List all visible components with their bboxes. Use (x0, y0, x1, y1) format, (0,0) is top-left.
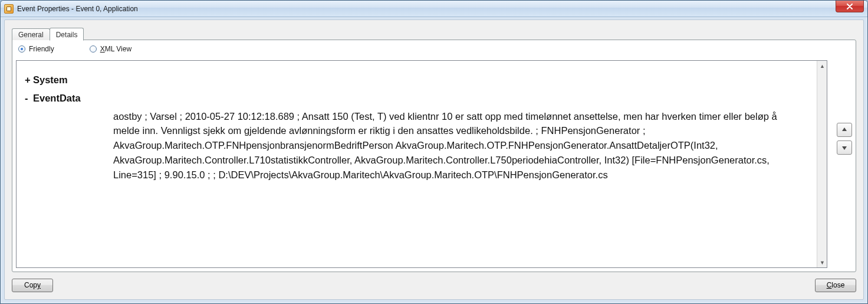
arrow-up-icon (841, 126, 848, 133)
eventdata-label: EventData (33, 93, 81, 103)
eventdata-body: aostby ; Varsel ; 2010-05-27 10:12:18.68… (113, 109, 791, 182)
tab-panel-details: Friendly XML View +System -EventData aos… (12, 40, 856, 272)
scroll-down-icon[interactable]: ▼ (817, 257, 827, 267)
tab-details[interactable]: Details (50, 28, 84, 41)
window-frame: Event Properties - Event 0, Application … (0, 0, 868, 304)
window-buttons (836, 1, 867, 12)
tree-node-system[interactable]: +System (25, 73, 821, 87)
expand-icon[interactable]: + (25, 73, 33, 87)
event-document: +System -EventData aostby ; Varsel ; 201… (17, 61, 827, 188)
radio-friendly-label: Friendly (29, 45, 54, 53)
radio-dot-icon (90, 45, 97, 53)
radio-friendly[interactable]: Friendly (18, 45, 54, 53)
tab-strip: General Details (12, 27, 83, 40)
system-label: System (33, 74, 68, 85)
radio-dot-icon (18, 45, 25, 53)
collapse-icon[interactable]: - (25, 91, 33, 106)
next-record-button[interactable] (837, 140, 852, 155)
window-title: Event Properties - Event 0, Application (17, 5, 138, 13)
copy-button[interactable]: Copy (12, 279, 53, 292)
dialog-button-bar: Copy Close (12, 277, 856, 293)
client-area: General Details Friendly XML View +Syste… (4, 19, 864, 300)
radio-xml-view[interactable]: XML View (90, 45, 131, 53)
radio-xml-label: XML View (100, 45, 131, 53)
arrow-down-icon (841, 144, 848, 151)
event-content-area: +System -EventData aostby ; Varsel ; 201… (16, 60, 827, 268)
prev-record-button[interactable] (837, 123, 852, 137)
tree-node-eventdata[interactable]: -EventData (25, 91, 821, 106)
close-icon (846, 4, 853, 9)
record-nav-buttons (837, 123, 852, 155)
scroll-up-icon[interactable]: ▲ (817, 61, 827, 71)
view-mode-radios: Friendly XML View (18, 45, 131, 53)
vertical-scrollbar[interactable]: ▲ ▼ (817, 61, 827, 267)
close-button[interactable]: Close (815, 279, 856, 292)
titlebar[interactable]: Event Properties - Event 0, Application (1, 1, 867, 17)
tab-general[interactable]: General (12, 28, 50, 40)
close-window-button[interactable] (836, 1, 864, 12)
app-icon (4, 4, 14, 14)
